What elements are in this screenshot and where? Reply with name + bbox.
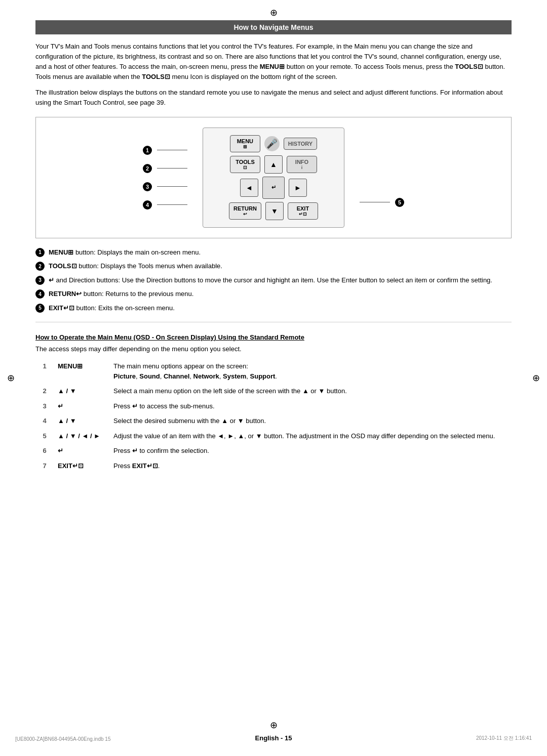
right-arrow-button[interactable]: ► — [289, 179, 307, 197]
tools-ref-1: TOOLS⊡ — [455, 63, 483, 70]
step-row-7: 7 EXIT↵⊡ Press EXIT↵⊡. — [35, 458, 512, 474]
callout-labels-right: 5 — [360, 148, 404, 207]
callout-circle-3: 3 — [143, 182, 152, 191]
intro-paragraph-2: The illustration below displays the butt… — [35, 88, 512, 108]
callout-circle-4: 4 — [143, 200, 152, 209]
step-row-2: 2 ▲ / ▼ Select a main menu option on the… — [35, 384, 512, 399]
up-arrow-button[interactable]: ▲ — [264, 155, 283, 174]
step-row-5: 5 ▲ / ▼ / ◄ / ► Adjust the value of an i… — [35, 429, 512, 444]
step-desc-1: The main menu options appear on the scre… — [109, 359, 512, 384]
step-desc-6: Press ↵ to confirm the selection. — [109, 443, 512, 458]
desc-item-1: 1 MENU⊞ button: Displays the main on-scr… — [35, 247, 512, 258]
callout-labels-left: 1 2 3 4 — [143, 146, 187, 209]
remote-row-2: TOOLS ⊡ ▲ INFO i — [230, 155, 317, 174]
remote-diagram-box: 1 2 3 4 — [35, 117, 512, 238]
left-registration-mark: ⊕ — [7, 372, 15, 384]
callout-2: 2 — [143, 164, 187, 173]
desc-item-3: 3 ↵ and Direction buttons: Use the Direc… — [35, 275, 512, 285]
remote-row-3: ◄ ↵ ► — [240, 177, 307, 199]
page-label: English - 15 — [255, 734, 292, 742]
return-button[interactable]: RETURN ↩ — [229, 202, 261, 220]
remote-row-4: RETURN ↩ ▼ EXIT ↵⊡ — [229, 202, 318, 220]
remote-diagram: 1 2 3 4 — [41, 128, 506, 228]
remote-buttons-panel: MENU ⊞ 🎤 HISTORY TOOLS ⊡ ▲ — [203, 128, 344, 228]
desc-item-5: 5 EXIT↵⊡ button: Exits the on-screen men… — [35, 303, 512, 313]
desc-item-2: 2 TOOLS⊡ button: Displays the Tools menu… — [35, 261, 512, 271]
step-num-5: 5 — [35, 429, 54, 444]
voice-button[interactable]: 🎤 — [264, 136, 280, 151]
desc-text-1: MENU⊞ button: Displays the main on-scree… — [49, 247, 512, 258]
section-divider — [35, 322, 512, 322]
desc-num-4: 4 — [35, 289, 45, 299]
bottom-registration-mark: ⊕ — [270, 720, 278, 731]
menu-button[interactable]: MENU ⊞ — [230, 135, 260, 152]
step-btn-1: MENU⊞ — [54, 359, 109, 384]
desc-text-2: TOOLS⊡ button: Displays the Tools menus … — [49, 261, 512, 271]
tools-button[interactable]: TOOLS ⊡ — [230, 156, 260, 173]
left-arrow-button[interactable]: ◄ — [240, 179, 258, 197]
step-num-2: 2 — [35, 384, 54, 399]
subheading: How to Operate the Main Menu (OSD - On S… — [35, 333, 512, 341]
remote-row-1: MENU ⊞ 🎤 HISTORY — [230, 135, 317, 152]
step-num-4: 4 — [35, 413, 54, 429]
desc-num-1: 1 — [35, 248, 45, 257]
callout-circle-5: 5 — [395, 198, 404, 207]
step-btn-3: ↵ — [54, 399, 109, 414]
step-row-4: 4 ▲ / ▼ Select the desired submenu with … — [35, 413, 512, 429]
callout-circle-2: 2 — [143, 164, 152, 173]
callout-5: 5 — [360, 198, 404, 207]
step-desc-5: Adjust the value of an item with the ◄, … — [109, 429, 512, 444]
history-button[interactable]: HISTORY — [284, 138, 317, 150]
step-num-6: 6 — [35, 443, 54, 458]
step-desc-2: Select a main menu option on the left si… — [109, 384, 512, 399]
desc-text-3: ↵ and Direction buttons: Use the Directi… — [49, 275, 512, 285]
step-btn-2: ▲ / ▼ — [54, 384, 109, 399]
desc-num-3: 3 — [35, 276, 45, 285]
step-row-6: 6 ↵ Press ↵ to confirm the selection. — [35, 443, 512, 458]
steps-table: 1 MENU⊞ The main menu options appear on … — [35, 359, 512, 473]
step-desc-3: Press ↵ to access the sub-menus. — [109, 399, 512, 414]
step-num-3: 3 — [35, 399, 54, 414]
tools-ref-2: TOOLS⊡ — [142, 73, 170, 80]
info-button[interactable]: INFO i — [287, 156, 317, 173]
desc-text-5: EXIT↵⊡ button: Exits the on-screen menu. — [49, 303, 512, 313]
intro-paragraph-1: Your TV's Main and Tools menus contains … — [35, 41, 512, 82]
step-btn-5: ▲ / ▼ / ◄ / ► — [54, 429, 109, 444]
access-note: The access steps may differ depending on… — [35, 345, 512, 353]
callout-4: 4 — [143, 200, 187, 209]
step-row-1: 1 MENU⊞ The main menu options appear on … — [35, 359, 512, 384]
desc-item-4: 4 RETURN↩ button: Returns to the previou… — [35, 289, 512, 299]
step-btn-4: ▲ / ▼ — [54, 413, 109, 429]
menu-ref-1: MENU⊞ — [260, 63, 285, 70]
right-registration-mark: ⊕ — [532, 372, 540, 384]
desc-num-5: 5 — [35, 304, 45, 313]
down-arrow-button[interactable]: ▼ — [265, 202, 284, 220]
step-desc-7: Press EXIT↵⊡. — [109, 458, 512, 474]
callout-circle-1: 1 — [143, 146, 152, 155]
step-desc-4: Select the desired submenu with the ▲ or… — [109, 413, 512, 429]
step-row-3: 3 ↵ Press ↵ to access the sub-menus. — [35, 399, 512, 414]
numbered-descriptions: 1 MENU⊞ button: Displays the main on-scr… — [35, 247, 512, 313]
callout-3: 3 — [143, 182, 187, 191]
desc-num-2: 2 — [35, 262, 45, 271]
enter-button[interactable]: ↵ — [262, 177, 285, 199]
step-num-1: 1 — [35, 359, 54, 384]
page: ⊕ ⊕ ⊕ How to Navigate Menus Your TV's Ma… — [0, 0, 547, 756]
step-btn-7: EXIT↵⊡ — [54, 458, 109, 474]
section-title: How to Navigate Menus — [35, 20, 512, 34]
exit-button[interactable]: EXIT ↵⊡ — [288, 202, 318, 220]
step-num-7: 7 — [35, 458, 54, 474]
callout-1: 1 — [143, 146, 187, 155]
top-registration-mark: ⊕ — [270, 7, 278, 18]
footer-right-text: 2012-10-11 오전 1:16:41 — [476, 735, 532, 742]
desc-text-4: RETURN↩ button: Returns to the previous … — [49, 289, 512, 299]
footer-left-text: [UE8000-ZA]BN68-04495A-00Eng.indb 15 — [15, 736, 110, 742]
step-btn-6: ↵ — [54, 443, 109, 458]
